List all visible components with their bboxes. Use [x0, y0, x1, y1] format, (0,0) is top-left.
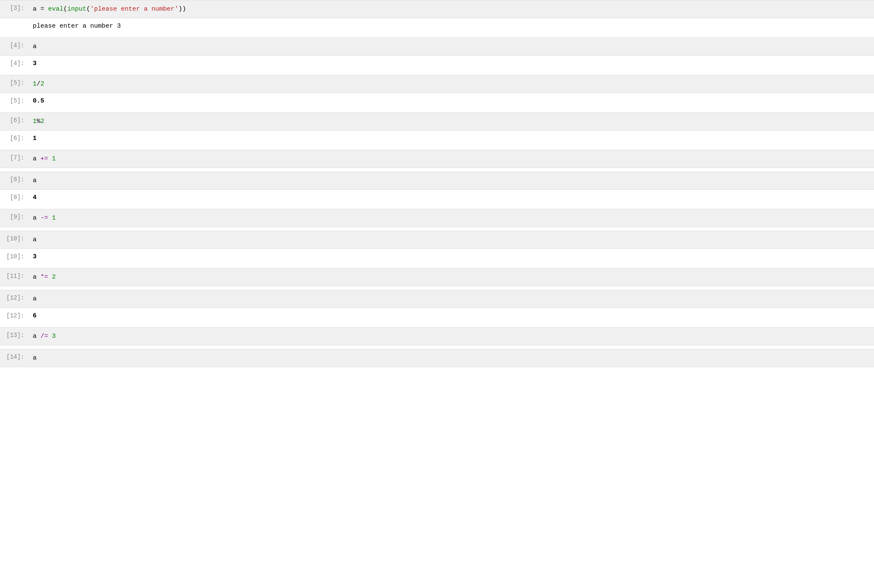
cell-input-cell-14[interactable]: [14]:a — [0, 349, 874, 367]
cell-code-cell-9[interactable]: a -= 1 — [28, 209, 874, 227]
cell-output-label-cell-5: [5]: — [0, 93, 28, 109]
code-token: *= — [37, 274, 52, 281]
cell-input-label-cell-14: [14]: — [0, 349, 28, 367]
cell-spacer — [0, 227, 874, 231]
cell-input-label-cell-11: [11]: — [0, 268, 28, 286]
cell-output-content-cell-4a: 3 — [28, 56, 874, 71]
cell-output-label-cell-8: [8]: — [0, 190, 28, 206]
code-token: 2 — [52, 274, 56, 281]
cell-spacer — [0, 367, 874, 371]
cell-input-label-cell-9: [9]: — [0, 209, 28, 227]
cell-output-content-cell-3: please enter a number 3 — [28, 18, 874, 34]
cell-output-content-cell-12: 6 — [28, 308, 874, 324]
cell-output-label-cell-6: [6]: — [0, 131, 28, 146]
cell-spacer — [0, 345, 874, 349]
cell-output-label-cell-4a: [4]: — [0, 56, 28, 71]
code-token: -= — [37, 214, 52, 222]
code-token: 1 — [33, 80, 37, 88]
cell-output-label-cell-10: [10]: — [0, 249, 28, 265]
code-token: 1 — [52, 214, 56, 222]
cell-output-content-cell-5: 0.5 — [28, 93, 874, 109]
cell-spacer — [0, 34, 874, 37]
cell-output-cell-12: [12]:6 — [0, 308, 874, 324]
cell-code-cell-14[interactable]: a — [28, 349, 874, 367]
cell-input-cell-3[interactable]: [3]:a = eval(input('please enter a numbe… — [0, 0, 874, 18]
cell-output-label-cell-3 — [0, 18, 28, 34]
code-token: a — [33, 214, 37, 222]
cell-code-cell-10[interactable]: a — [28, 231, 874, 248]
cell-spacer — [0, 286, 874, 290]
code-token: = — [37, 6, 48, 13]
cell-output-cell-10: [10]:3 — [0, 249, 874, 265]
cell-input-cell-8[interactable]: [8]:a — [0, 171, 874, 190]
code-token: a — [33, 236, 37, 243]
cell-output-content-cell-6: 1 — [28, 131, 874, 146]
code-token: /= — [37, 333, 52, 340]
cell-spacer — [0, 71, 874, 75]
code-token: a — [33, 333, 37, 340]
code-token: ( — [86, 6, 90, 13]
code-token: += — [37, 155, 52, 163]
code-token: a — [33, 274, 37, 281]
cell-input-label-cell-8: [8]: — [0, 172, 28, 189]
code-token: ( — [63, 6, 67, 13]
code-token: input — [67, 6, 86, 13]
cell-input-cell-11[interactable]: [11]:a *= 2 — [0, 268, 874, 286]
cell-input-label-cell-13: [13]: — [0, 328, 28, 345]
cell-output-cell-3: please enter a number 3 — [0, 18, 874, 34]
cell-input-label-cell-7: [7]: — [0, 150, 28, 168]
cell-code-cell-8[interactable]: a — [28, 172, 874, 189]
code-token: eval — [48, 6, 63, 13]
cell-input-label-cell-10: [10]: — [0, 231, 28, 248]
cell-spacer — [0, 146, 874, 150]
cell-input-cell-7[interactable]: [7]:a += 1 — [0, 150, 874, 168]
cell-input-label-cell-6: [6]: — [0, 113, 28, 130]
code-token: a — [33, 6, 37, 13]
cell-output-label-cell-12: [12]: — [0, 308, 28, 324]
cell-code-cell-3[interactable]: a = eval(input('please enter a number')) — [28, 0, 874, 18]
cell-input-cell-4a[interactable]: [4]:a — [0, 37, 874, 56]
cell-spacer — [0, 324, 874, 327]
cell-spacer — [0, 109, 874, 112]
cell-input-label-cell-5: [5]: — [0, 75, 28, 93]
cell-code-cell-11[interactable]: a *= 2 — [28, 268, 874, 286]
code-token: a — [33, 295, 37, 303]
code-token: 1 — [33, 118, 37, 125]
cell-output-cell-6: [6]:1 — [0, 131, 874, 146]
cell-code-cell-13[interactable]: a /= 3 — [28, 328, 874, 345]
cell-input-cell-12[interactable]: [12]:a — [0, 290, 874, 308]
cell-spacer — [0, 168, 874, 171]
cell-code-cell-5[interactable]: 1/2 — [28, 75, 874, 93]
cell-output-content-cell-10: 3 — [28, 249, 874, 265]
notebook: [3]:a = eval(input('please enter a numbe… — [0, 0, 874, 371]
cell-code-cell-6[interactable]: 1%2 — [28, 113, 874, 130]
cell-output-cell-4a: [4]:3 — [0, 56, 874, 71]
code-token: a — [33, 177, 37, 184]
cell-code-cell-12[interactable]: a — [28, 290, 874, 308]
code-token: a — [33, 354, 37, 362]
cell-input-cell-10[interactable]: [10]:a — [0, 231, 874, 249]
cell-code-cell-7[interactable]: a += 1 — [28, 150, 874, 168]
cell-input-cell-13[interactable]: [13]:a /= 3 — [0, 327, 874, 345]
code-token: 2 — [40, 118, 44, 125]
cell-spacer — [0, 265, 874, 268]
code-token: % — [37, 118, 40, 125]
code-token: a — [33, 155, 37, 163]
cell-input-cell-5[interactable]: [5]:1/2 — [0, 75, 874, 93]
cell-input-cell-9[interactable]: [9]:a -= 1 — [0, 209, 874, 227]
code-token: a — [33, 43, 37, 50]
cell-output-cell-5: [5]:0.5 — [0, 93, 874, 109]
code-token: 2 — [40, 80, 44, 88]
cell-output-cell-8: [8]:4 — [0, 190, 874, 206]
code-token: 3 — [52, 333, 56, 340]
cell-input-label-cell-4a: [4]: — [0, 38, 28, 55]
code-token: / — [37, 80, 40, 88]
code-token: 1 — [52, 155, 56, 163]
cell-input-cell-6[interactable]: [6]:1%2 — [0, 112, 874, 131]
cell-input-label-cell-12: [12]: — [0, 290, 28, 308]
cell-output-content-cell-8: 4 — [28, 190, 874, 206]
code-token: 'please enter a number' — [90, 6, 178, 13]
code-token: )) — [178, 6, 186, 13]
cell-code-cell-4a[interactable]: a — [28, 38, 874, 55]
cell-spacer — [0, 206, 874, 209]
